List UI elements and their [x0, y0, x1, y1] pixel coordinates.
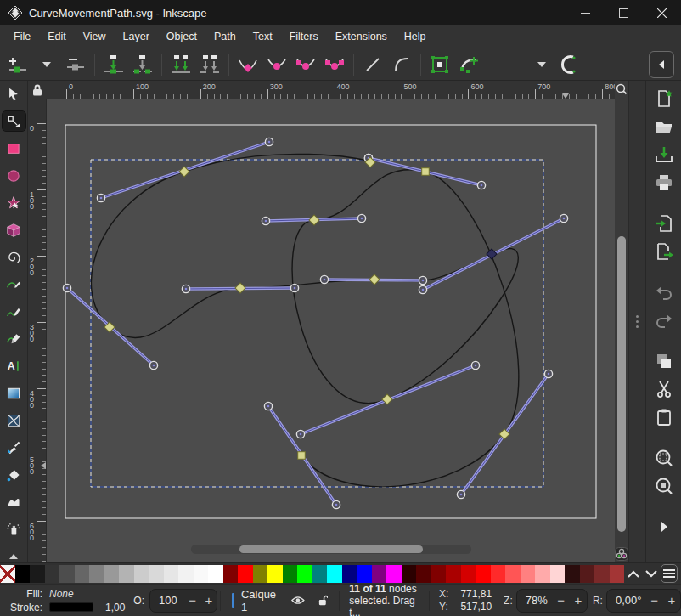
path-node-4[interactable]: [369, 274, 380, 285]
palette-swatch-7[interactable]: [104, 565, 120, 583]
palette-swatch-28[interactable]: [416, 565, 431, 583]
menu-item-layer[interactable]: Layer: [115, 27, 158, 46]
vertical-scrollbar-thumb[interactable]: [617, 236, 626, 532]
line-segment-button[interactable]: [358, 51, 387, 78]
menu-item-help[interactable]: Help: [396, 27, 435, 46]
palette-swatch-13[interactable]: [194, 565, 209, 583]
maximize-button[interactable]: [605, 0, 643, 25]
zoom-drawing-button[interactable]: [652, 475, 676, 497]
delete-node-button[interactable]: [61, 51, 90, 78]
tool-selector[interactable]: [3, 84, 25, 104]
tool-text[interactable]: A: [3, 356, 25, 376]
object-to-path-button[interactable]: [425, 51, 454, 78]
layer-unlock-icon[interactable]: [318, 594, 328, 607]
palette-swatch-27[interactable]: [402, 565, 417, 583]
palette-scroll-down-button[interactable]: [642, 564, 660, 583]
corner-node-button[interactable]: [234, 51, 262, 78]
tool-node-editor[interactable]: [3, 111, 25, 131]
palette-swatch-2[interactable]: [30, 565, 45, 583]
open-document-button[interactable]: [652, 116, 676, 138]
palette-swatch-35[interactable]: [521, 565, 536, 583]
dock-splitter[interactable]: [628, 81, 645, 562]
tool-mesh-gradient[interactable]: [3, 410, 25, 430]
zoom-spinner[interactable]: 78% − +: [516, 589, 588, 613]
palette-swatch-4[interactable]: [59, 565, 75, 583]
cut-button[interactable]: [652, 378, 676, 400]
smooth-node-button[interactable]: [262, 51, 291, 78]
tool-box-3d[interactable]: [3, 220, 25, 240]
zoom-decrease-button[interactable]: −: [553, 590, 570, 612]
quick-zoom-corner[interactable]: [615, 81, 628, 98]
menu-item-file[interactable]: File: [5, 27, 39, 46]
opacity-increase-button[interactable]: +: [200, 590, 217, 612]
palette-swatch-14[interactable]: [208, 565, 223, 583]
menu-item-filters[interactable]: Filters: [281, 27, 327, 46]
tool-dropper[interactable]: [3, 438, 25, 457]
palette-swatch-24[interactable]: [357, 565, 372, 583]
palette-swatch-10[interactable]: [149, 565, 164, 583]
path-node-2[interactable]: [422, 168, 430, 176]
save-document-button[interactable]: [652, 144, 676, 166]
color-managed-display-corner[interactable]: [615, 545, 628, 562]
minimize-button[interactable]: [566, 0, 605, 25]
palette-swatch-9[interactable]: [134, 565, 149, 583]
show-transform-handles-button[interactable]: [556, 51, 585, 78]
vertical-scrollbar[interactable]: [616, 98, 627, 545]
horizontal-scrollbar-thumb[interactable]: [239, 545, 423, 553]
palette-swatch-none[interactable]: [0, 565, 15, 583]
layer-indicator[interactable]: Calque 1: [223, 588, 336, 613]
opacity-value[interactable]: 100: [150, 594, 184, 607]
vertical-ruler[interactable]: 01 0 02 0 03 0 04 0 05 0 06 0 0: [28, 99, 47, 562]
new-document-button[interactable]: [652, 88, 676, 110]
collapse-dialogs-button[interactable]: [649, 51, 674, 78]
guide-lock-corner[interactable]: [28, 81, 47, 99]
menu-item-extensions[interactable]: Extensions: [327, 27, 396, 46]
palette-swatch-19[interactable]: [283, 565, 298, 583]
menu-item-path[interactable]: Path: [205, 27, 245, 46]
tool-rectangle[interactable]: [3, 138, 25, 158]
palette-scroll-up-button[interactable]: [624, 564, 642, 583]
palette-swatch-20[interactable]: [297, 565, 312, 583]
palette-swatch-16[interactable]: [238, 565, 253, 583]
palette-swatch-6[interactable]: [89, 565, 104, 583]
palette-swatch-21[interactable]: [312, 565, 328, 583]
tool-paint-bucket[interactable]: [3, 465, 25, 484]
curve-segment-button[interactable]: [387, 51, 416, 78]
zoom-value[interactable]: 78%: [517, 594, 553, 607]
symmetric-node-button[interactable]: [291, 51, 320, 78]
zoom-selection-button[interactable]: [652, 447, 676, 469]
palette-swatch-17[interactable]: [253, 565, 268, 583]
layer-name[interactable]: Calque 1: [241, 588, 279, 613]
undo-button[interactable]: [652, 281, 676, 303]
menu-item-edit[interactable]: Edit: [39, 27, 75, 46]
palette-swatch-11[interactable]: [164, 565, 179, 583]
menu-item-view[interactable]: View: [75, 27, 115, 46]
tool-pencil[interactable]: [3, 302, 25, 321]
palette-swatch-23[interactable]: [342, 565, 357, 583]
palette-swatch-32[interactable]: [476, 565, 491, 583]
canvas[interactable]: [47, 99, 615, 562]
paste-button[interactable]: [652, 406, 676, 428]
palette-swatch-37[interactable]: [550, 565, 566, 583]
tool-calligraphy[interactable]: [3, 329, 25, 348]
stroke-to-path-button[interactable]: [454, 51, 483, 78]
menu-item-text[interactable]: Text: [245, 27, 281, 46]
path-node-8[interactable]: [298, 452, 306, 460]
stroke-color-swatch[interactable]: [49, 602, 93, 612]
tool-tweak[interactable]: [3, 492, 25, 511]
tool-gradient[interactable]: [3, 383, 25, 403]
zoom-increase-button[interactable]: +: [570, 590, 587, 612]
palette-swatch-30[interactable]: [446, 565, 461, 583]
insert-node-button[interactable]: [3, 51, 32, 78]
layer-visibility-eye-icon[interactable]: [291, 595, 305, 606]
horizontal-ruler[interactable]: 0100200300400500600700800: [47, 81, 615, 99]
bezier-curve-path[interactable]: [91, 154, 518, 487]
palette-swatch-15[interactable]: [223, 565, 239, 583]
import-button[interactable]: [652, 212, 676, 235]
tool-spiral[interactable]: [3, 247, 25, 267]
palette-swatch-26[interactable]: [386, 565, 402, 583]
rotation-increase-button[interactable]: +: [663, 590, 680, 612]
path-node-3[interactable]: [309, 215, 319, 225]
palette-swatch-12[interactable]: [178, 565, 194, 583]
redo-button[interactable]: [652, 309, 676, 331]
